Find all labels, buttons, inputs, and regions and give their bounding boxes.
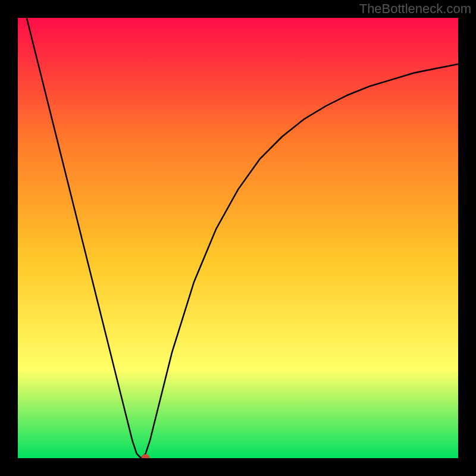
chart-container: TheBottleneck.com	[0, 0, 476, 476]
gradient-background	[18, 18, 458, 458]
watermark-text: TheBottleneck.com	[359, 1, 471, 17]
chart-svg	[18, 18, 458, 458]
plot-area	[18, 18, 458, 458]
